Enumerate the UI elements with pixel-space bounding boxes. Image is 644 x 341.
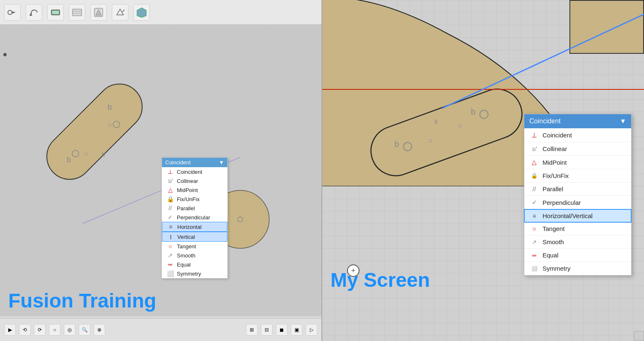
fixunfix-icon-right: 🔒	[530, 173, 538, 179]
left-item-fixunfix[interactable]: 🔒 Fix/UnFix	[162, 195, 227, 204]
right-item-collinear[interactable]: s/ Collinear	[524, 142, 631, 156]
right-item-midpoint[interactable]: △ MidPoint	[524, 156, 631, 169]
bottom-btn-6[interactable]: 🔍	[79, 324, 90, 336]
svg-text:=: =	[458, 122, 463, 130]
left-panel: b b = = b Coincident ▼ ⊥	[0, 0, 322, 341]
symmetry-icon-right: ⬜	[530, 266, 538, 271]
right-item-symmetry-label: Symmetry	[543, 265, 571, 272]
right-item-equal[interactable]: ═ Equal	[524, 249, 631, 262]
smooth-icon-right: ↗	[530, 239, 538, 245]
bottom-toolbar-left: ▶ ⟲ ⟳ ○ ◎ 🔍 ⊕ ⊞ ⊟ ◼ ▣ ▷	[0, 318, 321, 341]
horizontal-icon-left: ≡	[166, 223, 175, 230]
midpoint-icon-right: △	[530, 158, 538, 166]
right-item-horizontal-vertical[interactable]: ≡ Horizontal/Vertical	[524, 209, 632, 223]
svg-text:b: b	[471, 107, 475, 116]
fusion-training-label: Fusion Training	[8, 289, 156, 312]
dropdown-right-title: Coincident	[529, 118, 561, 125]
left-item-tangent[interactable]: ○ Tangent	[162, 242, 227, 251]
parallel-icon-right: //	[530, 185, 538, 192]
constraint-dropdown-right[interactable]: Coincident ▼ ⊥ Coincident s/ Collinear △…	[524, 114, 632, 276]
coincident-icon-right: ⊥	[530, 131, 538, 139]
left-item-coincident-label: Coincident	[177, 169, 202, 175]
left-item-parallel[interactable]: // Parallel	[162, 204, 227, 213]
midpoint-icon-left: △	[166, 187, 174, 193]
svg-marker-1	[12, 11, 16, 14]
right-item-coincident[interactable]: ⊥ Coincident	[524, 128, 631, 142]
left-item-collinear[interactable]: s/ Collinear	[162, 176, 227, 185]
perpendicular-icon-right: ✓	[530, 199, 538, 206]
canvas-left: b b = = b Coincident ▼ ⊥	[0, 25, 321, 316]
svg-marker-2	[29, 13, 32, 16]
right-item-tangent[interactable]: ○ Tangent	[524, 222, 631, 235]
collinear-icon-right: s/	[530, 146, 538, 152]
bottom-btn-3[interactable]: ⟳	[34, 324, 46, 336]
left-item-vertical[interactable]: ⫿ Vertical	[162, 232, 227, 242]
left-item-parallel-label: Parallel	[177, 205, 195, 211]
svg-marker-11	[137, 8, 146, 17]
right-item-collinear-label: Collinear	[543, 145, 567, 152]
dropdown-left-arrow: ▼	[219, 159, 224, 166]
left-item-perpendicular[interactable]: ✓ Perpendicular	[162, 213, 227, 222]
left-item-coincident[interactable]: ⊥ Coincident	[162, 167, 227, 176]
left-item-midpoint[interactable]: △ MidPoint	[162, 185, 227, 195]
left-item-horizontal-label: Horizontal	[177, 224, 202, 230]
bottom-btn-7[interactable]: ⊕	[94, 324, 105, 336]
left-item-tangent-label: Tangent	[177, 243, 196, 250]
left-item-equal-label: Equal	[177, 262, 191, 268]
dropdown-left-header: Coincident ▼	[162, 158, 227, 167]
bottom-btn-8[interactable]: ⊞	[246, 324, 258, 336]
left-item-horizontal[interactable]: ≡ Horizontal	[162, 222, 227, 232]
toolbar-btn-4[interactable]	[90, 4, 107, 21]
left-item-equal[interactable]: ═ Equal	[162, 260, 227, 269]
constraint-dropdown-left[interactable]: Coincident ▼ ⊥ Coincident s/ Collinear △…	[162, 157, 228, 279]
right-item-tangent-label: Tangent	[543, 225, 564, 232]
right-item-perpendicular-label: Perpendicular	[543, 199, 581, 206]
right-item-smooth[interactable]: ↗ Smooth	[524, 235, 631, 249]
toolbar-btn-5[interactable]	[112, 4, 128, 21]
svg-rect-5	[72, 9, 82, 16]
equal-icon-left: ═	[166, 261, 174, 268]
bottom-btn-10[interactable]: ◼	[276, 324, 287, 336]
left-item-fixunfix-label: Fix/UnFix	[177, 196, 200, 202]
dropdown-right-header: Coincident ▼	[524, 114, 631, 128]
bottom-btn-4[interactable]: ○	[49, 324, 60, 336]
bottom-btn-2[interactable]: ⟲	[19, 324, 31, 336]
left-item-collinear-label: Collinear	[177, 178, 198, 184]
toolbar-btn-1[interactable]	[4, 4, 21, 21]
svg-point-0	[8, 10, 12, 14]
resize-corner[interactable]	[634, 331, 644, 341]
smooth-icon-left: ↗	[166, 252, 174, 259]
bottom-btn-5[interactable]: ◎	[64, 324, 75, 336]
right-item-symmetry[interactable]: ⬜ Symmetry	[524, 262, 631, 275]
skateboard-right-svg: b b = = b	[343, 74, 550, 190]
svg-rect-23	[364, 82, 529, 183]
bottom-btn-9[interactable]: ⊟	[261, 324, 273, 336]
toolbar-left	[0, 0, 321, 25]
right-item-fixunfix-label: Fix/UnFix	[543, 172, 569, 179]
left-item-symmetry[interactable]: ⬜ Symmetry	[162, 269, 227, 278]
svg-line-10	[122, 10, 124, 12]
toolbar-btn-3[interactable]	[69, 4, 85, 21]
right-item-fixunfix[interactable]: 🔒 Fix/UnFix	[524, 169, 631, 183]
bottom-btn-11[interactable]: ▣	[291, 324, 302, 336]
fixunfix-icon-left: 🔒	[166, 196, 174, 202]
left-item-vertical-label: Vertical	[177, 234, 195, 240]
horizontal-vertical-icon-right: ≡	[530, 213, 538, 219]
parallel-icon-left: //	[166, 205, 174, 211]
left-item-symmetry-label: Symmetry	[177, 271, 201, 277]
vertical-icon-left: ⫿	[166, 233, 175, 240]
bottom-btn-12[interactable]: ▷	[306, 324, 317, 336]
right-item-parallel[interactable]: // Parallel	[524, 183, 631, 196]
right-item-perpendicular[interactable]: ✓ Perpendicular	[524, 196, 631, 209]
dropdown-right-arrow: ▼	[620, 118, 626, 125]
tangent-icon-right: ○	[530, 225, 538, 232]
left-item-smooth[interactable]: ↗ Smooth	[162, 251, 227, 260]
left-item-smooth-label: Smooth	[177, 252, 195, 259]
toolbar-btn-2[interactable]	[47, 4, 64, 21]
symmetry-icon-left: ⬜	[166, 270, 174, 277]
toolbar-btn-undo[interactable]	[26, 4, 42, 21]
toolbar-btn-6[interactable]	[133, 4, 150, 21]
svg-text:b: b	[394, 139, 399, 149]
svg-text:=: =	[428, 137, 433, 145]
bottom-btn-1[interactable]: ▶	[4, 324, 16, 336]
